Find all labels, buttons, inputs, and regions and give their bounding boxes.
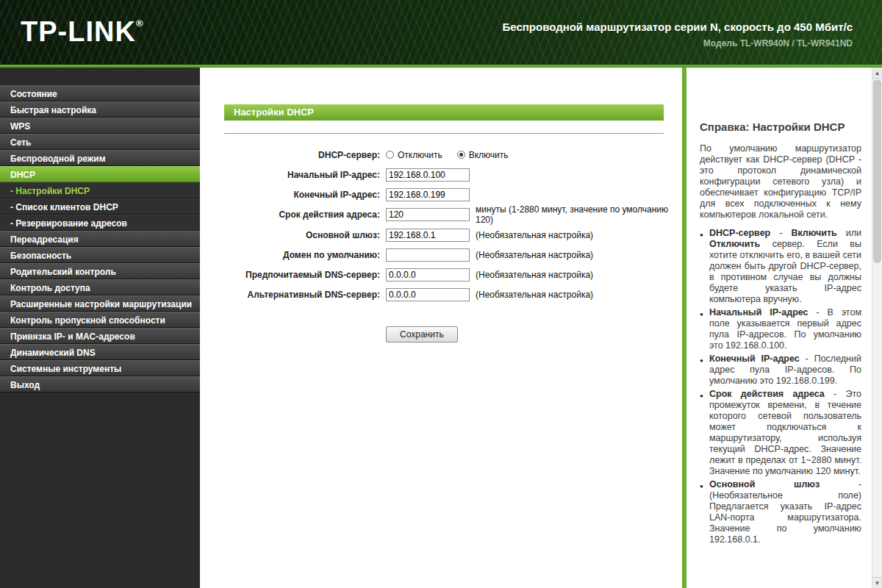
default-domain-input[interactable] xyxy=(386,248,470,262)
help-intro: По умолчанию маршрутизатор действует как… xyxy=(700,143,861,220)
sidebar-item-status[interactable]: Состояние xyxy=(0,85,200,101)
default-domain-label: Домен по умолчанию: xyxy=(224,250,380,260)
dhcp-enable-radio[interactable]: Включить xyxy=(457,150,509,160)
sidebar-item-ip-mac-binding[interactable]: Привязка IP- и MAC-адресов xyxy=(0,328,200,344)
sidebar-item-wps[interactable]: WPS xyxy=(0,118,200,134)
sidebar-item-logout[interactable]: Выход xyxy=(0,376,200,392)
save-button[interactable]: Сохранить xyxy=(386,326,458,343)
sidebar-item-advanced-routing[interactable]: Расширенные настройки маршрутизации xyxy=(0,295,200,312)
scroll-down-button[interactable]: ▼ xyxy=(872,577,882,588)
sidebar-item-wireless[interactable]: Беспроводной режим xyxy=(0,150,200,166)
dhcp-server-row: DHCP-сервер: Отключить Включить xyxy=(224,145,682,165)
sidebar-item-quick-setup[interactable]: Быстрая настройка xyxy=(0,101,200,118)
primary-dns-row: Предпочитаемый DNS-сервер: (Необязательн… xyxy=(224,265,682,284)
sidebar-item-parental-control[interactable]: Родительский контроль xyxy=(0,263,200,279)
page-title: Настройки DHCP xyxy=(224,104,664,121)
gateway-hint: (Необязательная настройка) xyxy=(476,230,593,240)
sidebar-menu: СостояниеБыстрая настройкаWPSСетьБеспров… xyxy=(0,68,200,588)
start-ip-label: Начальный IP-адрес: xyxy=(224,170,380,180)
main-content: Настройки DHCP DHCP-сервер: Отключить Вк… xyxy=(200,68,682,588)
primary-dns-hint: (Необязательная настройка) xyxy=(476,270,593,280)
lease-time-hint: минуты (1-2880 минут, значение по умолча… xyxy=(476,204,682,225)
sidebar-item-network[interactable]: Сеть xyxy=(0,134,200,150)
sidebar-item-bandwidth-control[interactable]: Контроль пропускной способности xyxy=(0,312,200,328)
dhcp-server-label: DHCP-сервер: xyxy=(224,150,380,160)
lease-time-input[interactable] xyxy=(386,208,470,221)
help-item: Срок действия адреса - Это промежуток вр… xyxy=(700,389,861,477)
sidebar-item-dhcp[interactable]: DHCP xyxy=(0,166,200,182)
help-item: DHCP-сервер - Включить или Отключить сер… xyxy=(700,228,861,305)
sidebar-item-dynamic-dns[interactable]: Динамический DNS xyxy=(0,344,200,360)
radio-unchecked-icon xyxy=(386,151,394,159)
gateway-input[interactable] xyxy=(386,229,470,242)
sidebar-item-system-tools[interactable]: Системные инструменты xyxy=(0,360,200,376)
scrollbar[interactable]: ▲ ▼ xyxy=(872,68,882,588)
header-model: Модель TL-WR940N / TL-WR941ND xyxy=(502,38,853,49)
lease-time-row: Срок действия адреса: минуты (1-2880 мин… xyxy=(224,204,682,225)
sidebar-item-access-control[interactable]: Контроль доступа xyxy=(0,279,200,295)
scroll-up-button[interactable]: ▲ xyxy=(872,68,882,79)
start-ip-row: Начальный IP-адрес: xyxy=(224,165,682,184)
sidebar-item-dhcp-clients-list[interactable]: - Список клиентов DHCP xyxy=(0,198,200,215)
sidebar-item-security[interactable]: Безопасность xyxy=(0,247,200,263)
header-info: Беспроводной маршрутизатор серии N, скор… xyxy=(502,21,853,49)
title-rule xyxy=(224,133,664,134)
lease-time-label: Срок действия адреса: xyxy=(224,209,380,220)
header: TP-LINK® Беспроводной маршрутизатор сери… xyxy=(0,0,882,65)
registered-mark-icon: ® xyxy=(136,18,144,29)
dhcp-enable-label: Включить xyxy=(469,150,509,160)
sidebar-item-address-reservation[interactable]: - Резервирование адресов xyxy=(0,215,200,231)
main-area: СостояниеБыстрая настройкаWPSСетьБеспров… xyxy=(0,68,882,588)
sidebar-item-forwarding[interactable]: Переадресация xyxy=(0,231,200,247)
tplink-logo: TP-LINK® xyxy=(21,16,143,48)
primary-dns-input[interactable] xyxy=(386,268,470,282)
gateway-label: Основной шлюз: xyxy=(224,230,380,240)
end-ip-input[interactable] xyxy=(386,188,470,201)
help-item: Начальный IP-адрес - В этом поле указыва… xyxy=(700,307,861,351)
end-ip-row: Конечный IP-адрес: xyxy=(224,184,682,204)
router-admin-page: TP-LINK® Беспроводной маршрутизатор сери… xyxy=(0,0,882,588)
help-item: Основной шлюз - (Необязательное поле) Пр… xyxy=(700,479,861,545)
dhcp-disable-radio[interactable]: Отключить xyxy=(386,150,442,160)
default-domain-hint: (Необязательная настройка) xyxy=(476,250,593,260)
form-actions: Сохранить xyxy=(386,326,682,343)
default-domain-row: Домен по умолчанию: (Необязательная наст… xyxy=(224,245,682,265)
dhcp-settings-form: DHCP-сервер: Отключить Включить Начальн xyxy=(224,145,682,304)
help-panel: Справка: Настройки DHCP По умолчанию мар… xyxy=(686,68,872,588)
header-tagline: Беспроводной маршрутизатор серии N, скор… xyxy=(502,21,853,33)
help-item: Конечный IP-адрес - Последний адрес пула… xyxy=(700,354,861,387)
primary-dns-label: Предпочитаемый DNS-сервер: xyxy=(224,270,380,280)
secondary-dns-hint: (Необязательная настройка) xyxy=(476,290,593,300)
help-list: DHCP-сервер - Включить или Отключить сер… xyxy=(700,228,861,545)
sidebar-item-dhcp-settings[interactable]: - Настройки DHCP xyxy=(0,182,200,198)
scrollbar-thumb[interactable] xyxy=(873,79,881,263)
secondary-dns-input[interactable] xyxy=(386,288,470,301)
secondary-dns-row: Альтернативный DNS-сервер: (Необязательн… xyxy=(224,284,682,304)
dhcp-disable-label: Отключить xyxy=(398,150,442,160)
help-title: Справка: Настройки DHCP xyxy=(700,121,861,133)
start-ip-input[interactable] xyxy=(386,168,470,182)
dhcp-server-options: Отключить Включить xyxy=(386,150,682,160)
gateway-row: Основной шлюз: (Необязательная настройка… xyxy=(224,225,682,245)
logo-text: TP-LINK xyxy=(21,16,136,47)
radio-checked-icon xyxy=(457,151,465,159)
secondary-dns-label: Альтернативный DNS-сервер: xyxy=(224,290,380,300)
end-ip-label: Конечный IP-адрес: xyxy=(224,190,380,200)
